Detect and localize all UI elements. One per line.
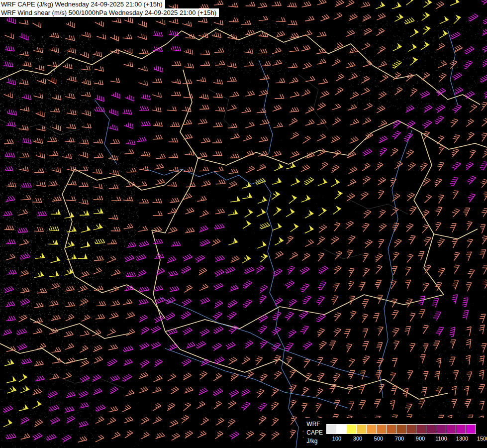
legend-swatch — [346, 424, 357, 434]
legend-swatch — [386, 424, 396, 434]
wind-shear-title-line: WRF Wind shear (m/s) 500/1000hPa Wednesd… — [0, 8, 219, 17]
legend-tick-label: 300 — [353, 436, 362, 442]
legend-swatch — [406, 424, 416, 434]
legend-swatch — [326, 424, 337, 434]
legend-swatches — [326, 424, 483, 434]
legend-unit-label: J/kg — [306, 437, 323, 446]
legend-tick-label: 500 — [374, 436, 383, 442]
legend-swatch — [336, 424, 347, 434]
map-title: WRF CAPE (J/kg) Wednesday 24-09-2025 21:… — [0, 0, 219, 17]
legend-tick-label: 1100 — [435, 436, 447, 442]
legend-swatch — [446, 424, 456, 434]
legend-swatch — [426, 424, 436, 434]
legend-variable-label: CAPE — [306, 429, 323, 437]
map-background — [0, 0, 487, 448]
legend-scale: 100300500700900110013001500 — [326, 420, 483, 442]
legend-tick-label: 700 — [395, 436, 404, 442]
legend-model-label: WRF — [306, 420, 323, 429]
legend-ticks: 100300500700900110013001500 — [326, 434, 483, 442]
legend-tick-label: 100 — [332, 436, 341, 442]
legend-swatch — [376, 424, 387, 434]
legend-swatch — [456, 424, 466, 434]
legend-swatch — [436, 424, 446, 434]
legend-swatch — [366, 424, 377, 434]
cape-title-line: WRF CAPE (J/kg) Wednesday 24-09-2025 21:… — [0, 0, 165, 8]
legend-labels: WRF CAPE J/kg — [306, 420, 323, 446]
legend-tick-label: 1300 — [456, 436, 468, 442]
legend-swatch — [416, 424, 426, 434]
legend-swatch — [356, 424, 367, 434]
weather-map-page: WRF CAPE (J/kg) Wednesday 24-09-2025 21:… — [0, 0, 487, 448]
legend-swatch — [396, 424, 406, 434]
legend-tick-label: 900 — [416, 436, 425, 442]
legend-tick-label: 1500 — [477, 436, 487, 442]
cape-legend: WRF CAPE J/kg 10030050070090011001300150… — [303, 418, 487, 448]
legend-swatch — [466, 424, 476, 434]
weather-map — [0, 0, 487, 448]
